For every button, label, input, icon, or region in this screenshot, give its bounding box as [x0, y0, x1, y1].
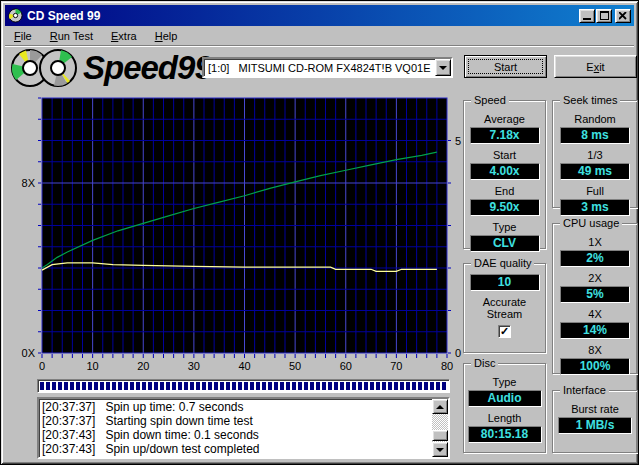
seek-full-label: Full	[586, 185, 604, 197]
title-bar[interactable]: CD Speed 99	[5, 5, 634, 26]
drive-select-value: [1:0] MITSUMI CD-ROM FX4824T!B VQ01E	[204, 62, 435, 74]
svg-text:0: 0	[455, 347, 461, 359]
drive-select[interactable]: [1:0] MITSUMI CD-ROM FX4824T!B VQ01E	[202, 57, 453, 78]
svg-text:0: 0	[39, 360, 45, 372]
speed-type-label: Type	[493, 221, 517, 233]
cpu-4x-value: 14%	[560, 322, 630, 339]
dae-quality-value: 10	[470, 274, 540, 291]
cpu-1x-value: 2%	[560, 250, 630, 267]
cd-logo-icon	[9, 46, 79, 90]
accurate-stream-label-2: Stream	[487, 308, 522, 320]
test-progress-bar	[37, 379, 450, 393]
speed-start-value: 4.00x	[470, 163, 540, 180]
disc-length-label: Length	[488, 412, 522, 424]
log-row: [20:37:43]Spin down time: 0.1 seconds	[42, 428, 430, 442]
cpu-8x-value: 100%	[560, 358, 630, 375]
log-row: [20:37:37]Spin up time: 0.7 seconds	[42, 400, 430, 414]
panel-interface: Interface Burst rate 1 MB/s	[552, 390, 638, 453]
burst-rate-value: 1 MB/s	[558, 417, 632, 434]
speed-type-value: CLV	[470, 235, 540, 252]
scroll-up-button[interactable]	[432, 399, 448, 414]
logo-text: Speed99	[83, 49, 212, 87]
panel-dae-quality: DAE quality 10 Accurate Stream ✓	[463, 263, 546, 353]
log-row: [20:37:37]Starting spin down time test	[42, 414, 430, 428]
panel-seek-times-title: Seek times	[560, 94, 620, 106]
log-scrollbar[interactable]	[432, 399, 448, 457]
panel-cpu-usage-title: CPU usage	[560, 217, 622, 229]
svg-text:70: 70	[390, 360, 402, 372]
disc-length-value: 80:15.18	[468, 426, 542, 443]
minimize-button[interactable]	[579, 9, 595, 23]
disc-type-label: Type	[493, 376, 517, 388]
app-logo: Speed99	[9, 46, 212, 90]
exit-button[interactable]: Exit	[554, 55, 637, 78]
menu-run-test[interactable]: Run Test	[41, 28, 102, 44]
transfer-speed-chart: 8X0X5001020304050607080	[21, 93, 463, 375]
window-title: CD Speed 99	[27, 9, 578, 23]
svg-text:20: 20	[137, 360, 149, 372]
disc-type-value: Audio	[468, 390, 542, 407]
panel-speed: Speed Average 7.18x Start 4.00x End 9.50…	[463, 100, 546, 249]
maximize-icon	[600, 11, 609, 20]
panel-speed-title: Speed	[471, 94, 509, 106]
seek-full-value: 3 ms	[560, 199, 630, 216]
panel-cpu-usage: CPU usage 1X 2% 2X 5% 4X 14% 8X 100%	[552, 223, 638, 374]
cpu-4x-label: 4X	[588, 308, 601, 320]
svg-text:40: 40	[238, 360, 250, 372]
seek-third-value: 49 ms	[560, 163, 630, 180]
app-window: CD Speed 99 File Run Test Extra Help Spe…	[0, 0, 639, 465]
scroll-down-button[interactable]	[432, 442, 448, 457]
seek-third-label: 1/3	[587, 149, 602, 161]
log-row: [20:37:43]Spin up/down test completed	[42, 442, 430, 456]
speed-end-value: 9.50x	[470, 199, 540, 216]
panel-seek-times: Seek times Random 8 ms 1/3 49 ms Full 3 …	[552, 100, 638, 208]
svg-text:0X: 0X	[22, 347, 36, 359]
panel-interface-title: Interface	[560, 384, 609, 396]
speed-average-value: 7.18x	[470, 127, 540, 144]
seek-random-value: 8 ms	[560, 127, 630, 144]
test-log-lines: [20:37:37]Spin up time: 0.7 seconds [20:…	[42, 400, 430, 456]
speed-end-label: End	[495, 185, 515, 197]
panel-disc: Disc Type Audio Length 80:15.18	[463, 363, 546, 453]
svg-text:60: 60	[340, 360, 352, 372]
svg-text:50: 50	[289, 360, 301, 372]
close-button[interactable]	[615, 9, 631, 23]
speed-start-label: Start	[493, 149, 516, 161]
app-cd-icon	[8, 8, 23, 23]
triangle-down-icon	[436, 448, 444, 452]
cpu-2x-value: 5%	[560, 286, 630, 303]
svg-text:10: 10	[87, 360, 99, 372]
test-log[interactable]: [20:37:37]Spin up time: 0.7 seconds [20:…	[37, 397, 450, 459]
burst-rate-label: Burst rate	[571, 403, 619, 415]
cpu-8x-label: 8X	[588, 344, 601, 356]
panel-disc-title: Disc	[471, 357, 498, 369]
accurate-stream-label-1: Accurate	[483, 296, 526, 308]
menu-file[interactable]: File	[5, 28, 41, 44]
svg-text:8X: 8X	[22, 177, 36, 189]
menu-extra[interactable]: Extra	[102, 28, 146, 44]
svg-text:80: 80	[441, 360, 453, 372]
menu-help[interactable]: Help	[146, 28, 187, 44]
drive-select-dropdown-button[interactable]	[435, 59, 451, 76]
scrollbar-thumb[interactable]	[432, 430, 448, 441]
svg-text:5: 5	[455, 135, 461, 147]
close-icon	[619, 12, 627, 20]
start-button[interactable]: Start	[464, 55, 547, 78]
menu-bar: File Run Test Extra Help	[5, 27, 634, 46]
triangle-up-icon	[436, 405, 444, 409]
cpu-2x-label: 2X	[588, 272, 601, 284]
chevron-down-icon	[439, 66, 447, 70]
seek-random-label: Random	[574, 113, 616, 125]
svg-text:30: 30	[188, 360, 200, 372]
minimize-icon	[583, 18, 591, 20]
cpu-1x-label: 1X	[588, 236, 601, 248]
panel-dae-quality-title: DAE quality	[471, 257, 534, 269]
speed-average-label: Average	[484, 113, 525, 125]
test-progress-fill	[40, 382, 447, 390]
maximize-button[interactable]	[596, 9, 612, 23]
accurate-stream-checkbox[interactable]: ✓	[498, 325, 511, 338]
